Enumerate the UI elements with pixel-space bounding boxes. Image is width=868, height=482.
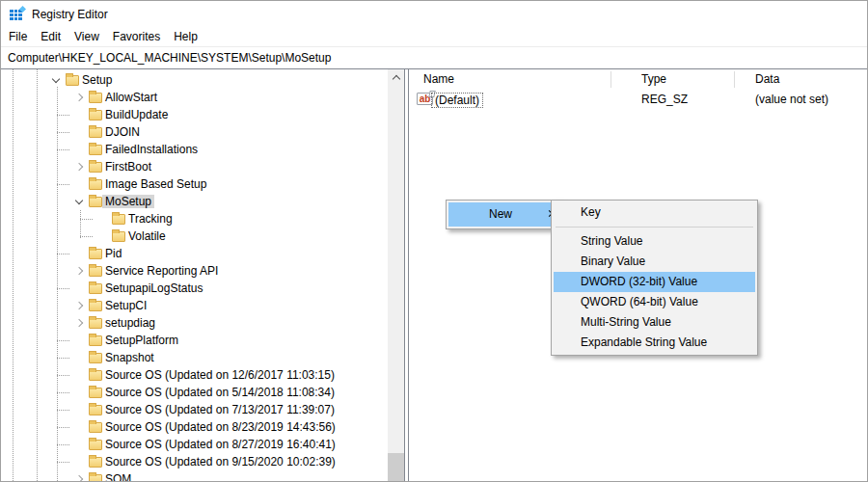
menu-help[interactable]: Help xyxy=(167,28,204,45)
tree-item-setup[interactable]: Setup xyxy=(1,71,388,89)
tree-connector-line xyxy=(57,115,69,116)
list-header: Name Type Data xyxy=(409,69,867,89)
tree-item-label[interactable]: BuildUpdate xyxy=(102,108,171,121)
tree-item-label[interactable]: Image Based Setup xyxy=(102,177,209,191)
tree-item-service-reporting-api[interactable]: Service Reporting API xyxy=(1,262,388,280)
tree-item-pid[interactable]: Pid xyxy=(1,245,388,262)
context-menu: New xyxy=(446,200,563,229)
context-menu-item-new[interactable]: New xyxy=(448,202,560,227)
folder-icon xyxy=(89,162,102,173)
folder-icon xyxy=(89,457,102,468)
tree-item-setupplatform[interactable]: SetupPlatform xyxy=(1,332,388,349)
menu-favorites[interactable]: Favorites xyxy=(106,28,167,45)
chevron-right-icon[interactable] xyxy=(75,94,83,101)
chevron-down-icon[interactable] xyxy=(75,197,83,204)
value-row-default[interactable]: ab (Default) REG_SZ (value not set) xyxy=(409,91,867,108)
tree-item-allowstart[interactable]: AllowStart xyxy=(1,89,388,106)
tree-item-label[interactable]: Source OS (Updated on 12/6/2017 11:03:15… xyxy=(102,368,338,382)
tree-item-snapshot[interactable]: Snapshot xyxy=(1,349,388,366)
tree-item-label[interactable]: DJOIN xyxy=(102,125,143,139)
tree-connector-line xyxy=(57,132,69,133)
value-name[interactable]: (Default) xyxy=(431,93,483,108)
tree-item-label[interactable]: Source OS (Updated on 7/13/2017 11:39:07… xyxy=(102,403,338,416)
folder-icon xyxy=(89,474,102,481)
tree-item-failedinstallations[interactable]: FailedInstallations xyxy=(1,141,388,158)
tree-item-label[interactable]: Source OS (Updated on 9/15/2020 10:02:39… xyxy=(102,455,339,469)
tree-item-label[interactable]: Pid xyxy=(102,247,124,260)
chevron-right-icon[interactable] xyxy=(75,267,83,275)
tree-item-setupapilogstatus[interactable]: SetupapiLogStatus xyxy=(1,280,388,297)
tree-vertical-scrollbar[interactable] xyxy=(388,69,404,481)
tree-item-source-os-updated-on-8-23-2019-14-43-56[interactable]: Source OS (Updated on 8/23/2019 14:43:56… xyxy=(1,418,388,436)
tree-item-mosetup[interactable]: MoSetup xyxy=(1,193,388,210)
tree-connector-line xyxy=(80,219,93,220)
tree-item-setupdiag[interactable]: setupdiag xyxy=(1,314,388,332)
column-separator[interactable] xyxy=(734,71,735,88)
tree-item-label[interactable]: Source OS (Updated on 5/14/2018 11:08:34… xyxy=(102,386,338,399)
tree-item-label[interactable]: FirstBoot xyxy=(102,160,154,174)
tree-item-djoin[interactable]: DJOIN xyxy=(1,123,388,141)
tree-item-label[interactable]: Volatile xyxy=(125,229,169,243)
menu-file[interactable]: File xyxy=(2,28,34,45)
tree-item-source-os-updated-on-9-15-2020-10-02-39[interactable]: Source OS (Updated on 9/15/2020 10:02:39… xyxy=(1,453,388,470)
tree-item-label[interactable]: Snapshot xyxy=(102,351,157,364)
folder-icon xyxy=(89,283,102,294)
tree-item-source-os-updated-on-5-14-2018-11-08-34[interactable]: Source OS (Updated on 5/14/2018 11:08:34… xyxy=(1,384,388,401)
tree-connector-line xyxy=(57,427,69,428)
title-bar[interactable]: Registry Editor xyxy=(1,1,867,27)
tree-item-label[interactable]: AllowStart xyxy=(102,91,160,104)
tree-item-source-os-updated-on-7-13-2017-11-39-07[interactable]: Source OS (Updated on 7/13/2017 11:39:07… xyxy=(1,401,388,418)
submenu-item-string-value[interactable]: String Value xyxy=(554,231,755,252)
tree-item-firstboot[interactable]: FirstBoot xyxy=(1,158,388,175)
chevron-down-icon[interactable] xyxy=(52,75,60,83)
tree-item-label[interactable]: setupdiag xyxy=(102,316,158,330)
chevron-right-icon[interactable] xyxy=(75,319,83,327)
chevron-right-icon[interactable] xyxy=(75,302,83,309)
tree-item-source-os-updated-on-12-6-2017-11-03-15[interactable]: Source OS (Updated on 12/6/2017 11:03:15… xyxy=(1,366,388,384)
folder-icon xyxy=(89,197,102,207)
submenu-item-key[interactable]: Key xyxy=(554,202,755,224)
tree-item-setupci[interactable]: SetupCI xyxy=(1,297,388,314)
folder-icon xyxy=(112,214,125,225)
tree-item-label[interactable]: SetupapiLogStatus xyxy=(102,281,205,295)
scrollbar-thumb[interactable] xyxy=(388,453,404,481)
tree-item-label[interactable]: SetupCI xyxy=(102,299,149,312)
tree-item-label[interactable]: MoSetup xyxy=(102,195,154,208)
menu-separator xyxy=(554,224,755,231)
menu-view[interactable]: View xyxy=(68,28,106,45)
chevron-right-icon[interactable] xyxy=(75,163,83,171)
chevron-right-icon[interactable] xyxy=(75,475,83,481)
tree-item-label[interactable]: Service Reporting API xyxy=(102,264,221,278)
tree-item-image-based-setup[interactable]: Image Based Setup xyxy=(1,175,388,193)
address-input[interactable] xyxy=(1,47,867,68)
menu-edit[interactable]: Edit xyxy=(34,28,68,45)
tree-item-sqm[interactable]: SQM xyxy=(1,470,388,481)
tree-item-label[interactable]: Setup xyxy=(79,73,115,87)
tree-item-label[interactable]: SetupPlatform xyxy=(102,334,181,347)
tree-item-label[interactable]: Source OS (Updated on 8/27/2019 16:40:41… xyxy=(102,438,339,451)
submenu-item-qword-64-bit-value[interactable]: QWORD (64-bit) Value xyxy=(554,292,755,312)
column-header-data[interactable]: Data xyxy=(755,72,779,86)
folder-icon xyxy=(89,370,102,381)
address-bar xyxy=(1,46,867,69)
submenu-item-multi-string-value[interactable]: Multi-String Value xyxy=(554,312,755,333)
column-separator[interactable] xyxy=(610,71,611,88)
submenu-item-expandable-string-value[interactable]: Expandable String Value xyxy=(554,333,755,353)
column-header-name[interactable]: Name xyxy=(423,72,454,86)
folder-icon xyxy=(89,179,102,190)
tree-item-source-os-updated-on-8-27-2019-16-40-41[interactable]: Source OS (Updated on 8/27/2019 16:40:41… xyxy=(1,436,388,453)
tree-item-label[interactable]: SQM xyxy=(102,472,134,481)
tree-item-label[interactable]: FailedInstallations xyxy=(102,143,201,156)
tree-item-volatile[interactable]: Volatile xyxy=(1,228,388,245)
folder-icon xyxy=(89,301,102,311)
tree-item-label[interactable]: Tracking xyxy=(125,212,176,226)
column-header-type[interactable]: Type xyxy=(641,72,666,86)
tree-connector-line xyxy=(57,444,69,445)
submenu-item-dword-32-bit-value[interactable]: DWORD (32-bit) Value xyxy=(554,272,755,292)
tree-item-label[interactable]: Source OS (Updated on 8/23/2019 14:43:56… xyxy=(102,420,339,434)
submenu-item-binary-value[interactable]: Binary Value xyxy=(554,252,755,272)
tree-item-tracking[interactable]: Tracking xyxy=(1,210,388,228)
tree-item-buildupdate[interactable]: BuildUpdate xyxy=(1,106,388,123)
folder-icon xyxy=(89,335,102,346)
scrollbar-up-button[interactable] xyxy=(388,69,404,86)
